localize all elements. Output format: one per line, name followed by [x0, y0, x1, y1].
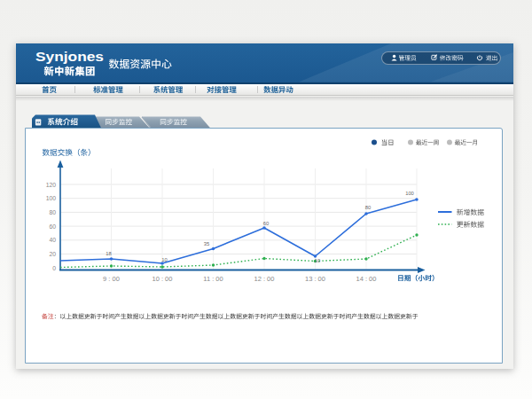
svg-text:13 : 00: 13 : 00	[305, 275, 325, 283]
svg-text:12 : 00: 12 : 00	[254, 275, 275, 283]
svg-text:10: 10	[161, 257, 167, 262]
svg-text:0: 0	[52, 265, 56, 271]
svg-text:80: 80	[49, 209, 56, 215]
svg-text:11 : 00: 11 : 00	[203, 275, 223, 283]
svg-text:10: 10	[315, 258, 320, 263]
svg-text:Synjones: Synjones	[35, 50, 104, 64]
svg-text:10 : 00: 10 : 00	[153, 275, 173, 283]
svg-text:100: 100	[46, 195, 57, 201]
svg-text:14 : 00: 14 : 00	[356, 275, 377, 283]
svg-text:18: 18	[106, 251, 111, 256]
svg-text:80: 80	[365, 205, 371, 210]
svg-text:100: 100	[405, 191, 414, 196]
svg-text:9 : 00: 9 : 00	[103, 275, 120, 283]
svg-text:60: 60	[49, 223, 56, 230]
svg-text:35: 35	[204, 241, 209, 246]
svg-text:60: 60	[263, 221, 269, 226]
svg-text:120: 120	[46, 182, 57, 188]
svg-text:40: 40	[49, 237, 56, 243]
svg-text:20: 20	[49, 251, 56, 257]
